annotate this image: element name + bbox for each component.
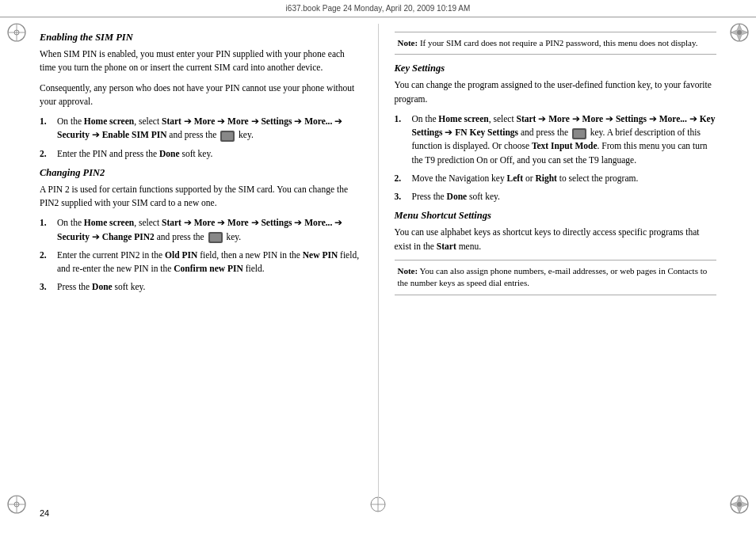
para-menu-shortcut-1: You can use alphabet keys as shortcut ke… xyxy=(395,226,717,253)
section-changing-pin2: Changing PIN2 A PIN 2 is used for certai… xyxy=(40,167,362,295)
key-icon xyxy=(208,232,223,243)
list-item: 1. On the Home screen, select Start ➔ Mo… xyxy=(395,112,717,167)
list-item: 3. Press the Done soft key. xyxy=(395,190,717,203)
note-label-2: Note: xyxy=(398,266,418,276)
corner-decoration-tr xyxy=(729,22,750,46)
list-item: 2. Move the Navigation key Left or Right… xyxy=(395,172,717,185)
corner-decoration-bl xyxy=(6,494,27,518)
step-content: Press the Done soft key. xyxy=(57,280,362,294)
section-title-key-settings: Key Settings xyxy=(395,63,717,74)
step-number: 1. xyxy=(40,216,52,244)
section-menu-shortcut-settings: Menu Shortcut Settings You can use alpha… xyxy=(395,210,717,253)
note-text-2: You can also assign phone numbers, e-mai… xyxy=(398,266,708,287)
corner-decoration-br xyxy=(729,494,750,518)
note-box-2: Note: You can also assign phone numbers,… xyxy=(395,260,717,295)
content-area: Enabling the SIM PIN When SIM PIN is ena… xyxy=(40,24,716,500)
list-item: 1. On the Home screen, select Start ➔ Mo… xyxy=(40,216,362,244)
right-column: Note: If your SIM card does not require … xyxy=(378,24,717,500)
step-number: 1. xyxy=(40,115,52,143)
page-container: i637.book Page 24 Monday, April 20, 2009… xyxy=(0,0,756,540)
key-icon xyxy=(220,131,235,142)
para-key-settings-1: You can change the program assigned to t… xyxy=(395,78,717,106)
step-number: 1. xyxy=(395,112,407,167)
section-enabling-sim-pin: Enabling the SIM PIN When SIM PIN is ena… xyxy=(40,32,362,161)
list-item: 2. Enter the PIN and press the Done soft… xyxy=(40,147,362,161)
step-content: On the Home screen, select Start ➔ More … xyxy=(57,216,362,244)
step-number: 2. xyxy=(40,147,52,161)
note-text-1: If your SIM card does not require a PIN2… xyxy=(420,38,698,48)
step-content: On the Home screen, select Start ➔ More … xyxy=(412,112,717,167)
para-changing-pin2-1: A PIN 2 is used for certain functions su… xyxy=(40,183,362,211)
changing-pin2-steps: 1. On the Home screen, select Start ➔ Mo… xyxy=(40,216,362,294)
corner-decoration-tl xyxy=(6,22,27,46)
step-content: On the Home screen, select Start ➔ More … xyxy=(57,115,362,143)
svg-point-15 xyxy=(737,502,742,507)
step-content: Enter the current PIN2 in the Old PIN fi… xyxy=(57,249,362,276)
list-item: 3. Press the Done soft key. xyxy=(40,280,362,294)
step-number: 2. xyxy=(395,172,407,185)
step-content: Enter the PIN and press the Done soft ke… xyxy=(57,147,362,161)
list-item: 2. Enter the current PIN2 in the Old PIN… xyxy=(40,249,362,276)
note-label-1: Note: xyxy=(398,38,418,48)
section-title-changing-pin2: Changing PIN2 xyxy=(40,167,362,179)
section-title-enabling-sim-pin: Enabling the SIM PIN xyxy=(40,32,362,44)
step-content: Press the Done soft key. xyxy=(412,190,717,203)
step-number: 3. xyxy=(40,280,52,294)
para-enabling-sim-pin-1: When SIM PIN is enabled, you must enter … xyxy=(40,48,362,75)
para-enabling-sim-pin-2: Consequently, any person who does not ha… xyxy=(40,82,362,109)
note-box-1: Note: If your SIM card does not require … xyxy=(395,32,717,55)
step-number: 2. xyxy=(40,249,52,276)
page-number: 24 xyxy=(40,508,49,518)
header-bar: i637.book Page 24 Monday, April 20, 2009… xyxy=(0,0,756,17)
svg-point-7 xyxy=(737,30,742,35)
step-number: 3. xyxy=(395,190,407,203)
key-icon xyxy=(572,128,586,139)
left-column: Enabling the SIM PIN When SIM PIN is ena… xyxy=(40,24,362,500)
section-key-settings: Key Settings You can change the program … xyxy=(395,63,717,203)
step-content: Move the Navigation key Left or Right to… xyxy=(412,172,717,185)
list-item: 1. On the Home screen, select Start ➔ Mo… xyxy=(40,115,362,143)
key-settings-steps: 1. On the Home screen, select Start ➔ Mo… xyxy=(395,112,717,204)
enabling-sim-pin-steps: 1. On the Home screen, select Start ➔ Mo… xyxy=(40,115,362,161)
header-text: i637.book Page 24 Monday, April 20, 2009… xyxy=(286,4,471,13)
section-title-menu-shortcut: Menu Shortcut Settings xyxy=(395,210,717,222)
